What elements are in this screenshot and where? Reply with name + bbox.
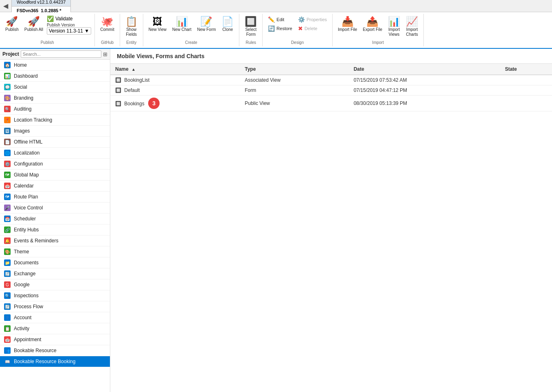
- export-file-button[interactable]: 📤 Export File: [361, 15, 384, 33]
- sidebar-label-images: Images: [14, 128, 30, 134]
- sidebar-label-global-map: Global Map: [14, 172, 39, 178]
- sidebar-item-dashboard[interactable]: 📊 Dashboard: [0, 71, 110, 82]
- new-form-button[interactable]: 📝 New Form: [195, 15, 218, 33]
- sidebar-label-activity: Activity: [14, 326, 29, 331]
- show-fields-button[interactable]: 📋 ShowFields: [123, 15, 140, 38]
- publish-all-button[interactable]: 🚀 Publish All: [22, 15, 45, 33]
- edit-icon: ✏️: [268, 16, 275, 23]
- sidebar-item-route-plan[interactable]: 🗺 Route Plan: [0, 192, 110, 203]
- sidebar-item-documents[interactable]: 📁 Documents: [0, 257, 110, 268]
- col-date[interactable]: Date: [349, 64, 500, 75]
- sidebar-item-localization[interactable]: 🌐 Localization: [0, 148, 110, 159]
- sidebar-item-global-map[interactable]: 🗺 Global Map: [0, 170, 110, 181]
- ribbon-group-import-label: Import: [336, 39, 420, 45]
- import-file-button[interactable]: 📥 Import File: [336, 15, 359, 33]
- sidebar-item-social[interactable]: 💬 Social: [0, 82, 110, 93]
- sidebar-project-label: Project: [2, 51, 19, 57]
- sidebar-list: 🏠 Home 📊 Dashboard 💬 Social 🎨 Branding 🔍…: [0, 60, 110, 392]
- import-charts-button[interactable]: 📈 ImportCharts: [404, 15, 420, 38]
- sidebar-item-account[interactable]: 👤 Account: [0, 312, 110, 323]
- version-dropdown[interactable]: Version 11.3-11 ▼: [47, 27, 91, 35]
- cell-date-row2: 07/15/2019 04:47:12 PM: [349, 85, 500, 96]
- sidebar-item-branding[interactable]: 🎨 Branding: [0, 93, 110, 104]
- validate-label: Validate: [55, 16, 72, 22]
- col-state[interactable]: State: [500, 64, 552, 75]
- sidebar-item-offline-html[interactable]: 📄 Offline HTML: [0, 137, 110, 148]
- sidebar-icon-bookable-resource-booking: 📖: [4, 358, 11, 365]
- sidebar-item-events-reminders[interactable]: 🔔 Events & Reminders: [0, 235, 110, 246]
- import-views-button[interactable]: 📊 ImportViews: [386, 15, 402, 38]
- commit-button[interactable]: 🐙 Commit: [98, 15, 116, 33]
- clone-button[interactable]: 📄 Clone: [219, 15, 236, 33]
- col-type[interactable]: Type: [240, 64, 348, 75]
- publish-button[interactable]: 🚀 Publish: [3, 15, 21, 33]
- properties-button[interactable]: ⚙️ Properties: [296, 15, 329, 24]
- table-row-row1[interactable]: 🔲 BookingList Associated View 07/15/2019…: [110, 75, 552, 85]
- validate-block: ✅ Validate Publish Version Version 11.3-…: [47, 15, 91, 35]
- validate-title[interactable]: ✅ Validate: [47, 15, 72, 22]
- ribbon-group-rules-label: Rules: [243, 39, 259, 45]
- restore-label: Restore: [276, 26, 292, 31]
- sidebar-item-exchange[interactable]: 🔄 Exchange: [0, 268, 110, 279]
- cell-type-row1: Associated View: [240, 75, 348, 85]
- table-header: Name ▲ Type Date State: [110, 64, 552, 75]
- properties-label: Properties: [307, 17, 327, 22]
- sidebar-item-entity-hubs[interactable]: 🔗 Entity Hubs: [0, 224, 110, 235]
- version-label: Version 11.3-11 ▼: [49, 28, 89, 34]
- commit-label: Commit: [100, 27, 114, 32]
- sidebar-item-images[interactable]: 🖼 Images: [0, 126, 110, 137]
- restore-button[interactable]: 🔄 Restore: [266, 24, 294, 33]
- new-form-label: New Form: [197, 27, 216, 32]
- table-body: 🔲 BookingList Associated View 07/15/2019…: [110, 75, 552, 111]
- row-icon-row3: 🔲: [115, 101, 121, 107]
- delete-icon: ✖: [298, 25, 303, 32]
- sidebar-icon-localization: 🌐: [4, 150, 11, 156]
- sidebar-label-voice-control: Voice Control: [14, 205, 43, 211]
- edit-button[interactable]: ✏️ Edit: [266, 15, 294, 24]
- sidebar-grid-icon[interactable]: ⊞: [103, 51, 107, 57]
- show-fields-icon: 📋: [125, 17, 138, 26]
- sidebar-item-scheduler[interactable]: 📅 Scheduler: [0, 213, 110, 224]
- table-row-row2[interactable]: 🔲 Default Form 07/15/2019 04:47:12 PM: [110, 85, 552, 96]
- sidebar-icon-dashboard: 📊: [4, 73, 11, 79]
- tab-woodford[interactable]: Woodford v12.1.0.44237: [11, 0, 71, 6]
- body: Project ⊞ 🏠 Home 📊 Dashboard 💬 Social 🎨 …: [0, 49, 552, 392]
- sidebar-item-bookable-resource-booking[interactable]: 📖 Bookable Resource Booking: [0, 356, 110, 367]
- sidebar-item-configuration[interactable]: ⚙️ Configuration: [0, 159, 110, 170]
- sidebar-item-location-tracking[interactable]: 📍 Location Tracking: [0, 115, 110, 126]
- validate-check-icon: ✅: [47, 15, 54, 22]
- back-button[interactable]: ◀: [3, 2, 8, 10]
- new-chart-button[interactable]: 📊 New Chart: [170, 15, 193, 33]
- sidebar-item-voice-control[interactable]: 🎤 Voice Control: [0, 203, 110, 213]
- sidebar-icon-entity-hubs: 🔗: [4, 226, 11, 233]
- sidebar-icon-activity: 📋: [4, 325, 11, 332]
- sidebar-icon-account: 👤: [4, 314, 11, 321]
- main-title: Mobile Views, Forms and Charts: [110, 49, 552, 64]
- delete-button[interactable]: ✖ Delete: [296, 24, 329, 33]
- row-icon-row1: 🔲: [115, 77, 121, 83]
- sidebar-item-inspections[interactable]: 🔍 Inspections: [0, 290, 110, 301]
- sidebar-item-process-flow[interactable]: 🔄 Process Flow: [0, 301, 110, 312]
- search-input[interactable]: [21, 50, 101, 58]
- sidebar-item-activity[interactable]: 📋 Activity: [0, 323, 110, 334]
- cell-state-row3: [500, 96, 552, 111]
- sidebar-item-calendar[interactable]: 📅 Calendar: [0, 181, 110, 192]
- sidebar-item-bookable-resource[interactable]: 👥 Bookable Resource: [0, 345, 110, 356]
- clone-label: Clone: [222, 27, 233, 32]
- row-name-row2: Default: [124, 87, 140, 93]
- ribbon-group-github-label: GitHub: [98, 39, 116, 45]
- design-col-right: ⚙️ Properties ✖ Delete: [296, 15, 329, 33]
- col-name[interactable]: Name ▲: [110, 64, 240, 75]
- sidebar-label-home: Home: [14, 62, 27, 68]
- sidebar-item-auditing[interactable]: 🔍 Auditing: [0, 104, 110, 115]
- select-form-button[interactable]: 🔲 SelectForm: [243, 15, 259, 38]
- new-view-button[interactable]: 🖼 New View: [147, 15, 169, 33]
- content-table: Name ▲ Type Date State: [110, 64, 552, 392]
- sidebar-icon-configuration: ⚙️: [4, 161, 11, 167]
- sidebar-item-google[interactable]: G Google: [0, 279, 110, 290]
- sidebar-item-theme[interactable]: 🎨 Theme: [0, 246, 110, 257]
- sidebar-item-appointment[interactable]: 📅 Appointment: [0, 334, 110, 345]
- ribbon-group-design: ✏️ Edit 🔄 Restore ⚙️ Properties ✖ Delete: [263, 14, 333, 46]
- table-row-row3[interactable]: 🔲 Bookings 3 Public View 08/30/2019 05:1…: [110, 96, 552, 111]
- sidebar-item-home[interactable]: 🏠 Home: [0, 60, 110, 71]
